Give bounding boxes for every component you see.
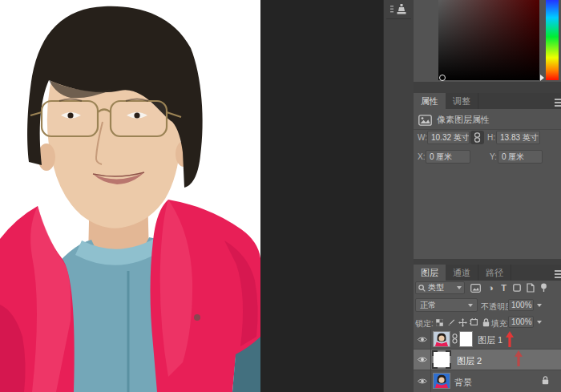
layer-row-2-selected[interactable]: 图层 2 (414, 350, 561, 370)
hue-slider[interactable] (546, 0, 559, 80)
eye-icon (417, 336, 428, 343)
chevron-down-icon[interactable] (537, 321, 542, 324)
collapsed-panel-dock (383, 0, 414, 392)
width-field[interactable]: 10.32 英寸 (427, 131, 470, 144)
layer-thumbnail[interactable] (433, 331, 450, 347)
annotation-arrow-up-2 (514, 350, 523, 367)
tab-adjustments[interactable]: 调整 (446, 93, 478, 109)
y-field[interactable]: 0 厘米 (498, 150, 543, 164)
blend-mode-select[interactable]: 正常 (415, 298, 478, 312)
blend-mode-value: 正常 (420, 300, 436, 311)
layers-tabbar: 图层 通道 路径 (414, 265, 561, 281)
color-picker-panel (414, 0, 561, 82)
portrait-photo (0, 0, 260, 392)
canvas-area[interactable] (260, 0, 383, 392)
chain-link-icon (474, 132, 481, 143)
tab-layers[interactable]: 图层 (414, 265, 446, 281)
lock-artboard-icon[interactable] (469, 316, 479, 329)
layer-row-1[interactable]: 图层 1 (414, 329, 561, 350)
layer-name[interactable]: 背景 (454, 377, 472, 389)
filter-type-layers-icon[interactable]: T (499, 281, 508, 294)
lock-transparent-pixels-icon[interactable] (434, 316, 444, 329)
annotation-arrow-up-1 (505, 330, 515, 348)
filter-shape-layers-icon[interactable] (511, 281, 522, 294)
background-lock-icon (542, 376, 549, 385)
dock-divider (386, 18, 411, 19)
link-dimensions-button[interactable] (470, 131, 484, 144)
filter-pin-icon[interactable] (539, 281, 549, 294)
tab-paths[interactable]: 路径 (478, 265, 511, 281)
layer-mask-thumbnail[interactable] (459, 331, 473, 347)
tab-channels[interactable]: 通道 (446, 265, 478, 281)
height-label: H: (487, 133, 495, 142)
fill-value[interactable]: 100% (508, 316, 534, 328)
layer-name[interactable]: 图层 2 (457, 355, 482, 367)
mask-link-icon[interactable] (452, 333, 458, 344)
lock-position-icon[interactable] (458, 316, 468, 329)
panel-menu-icon[interactable] (555, 270, 561, 280)
layers-panel: 图层 通道 路径 类型 (414, 265, 561, 392)
x-field[interactable]: 0 厘米 (426, 150, 470, 164)
divider (414, 129, 561, 130)
width-label: W: (418, 133, 427, 142)
tab-properties[interactable]: 属性 (414, 93, 446, 109)
properties-panel: 属性 调整 像素图层属性 W: 10.32 英寸 (414, 93, 561, 259)
layer-thumbnail-selected[interactable] (433, 351, 450, 368)
properties-tabbar: 属性 调整 (414, 93, 561, 109)
eye-icon (417, 356, 428, 363)
lock-all-icon[interactable] (481, 316, 490, 329)
visibility-toggle[interactable] (414, 370, 431, 392)
photoshop-window: 属性 调整 像素图层属性 W: 10.32 英寸 (0, 0, 561, 392)
pixel-layer-icon (418, 115, 432, 126)
opacity-value[interactable]: 100% (508, 299, 534, 311)
chevron-down-icon (468, 304, 473, 307)
x-label: X: (418, 152, 425, 161)
layer-row-background[interactable]: 背景 (414, 370, 561, 392)
chevron-down-icon[interactable] (537, 304, 542, 307)
y-label: Y: (490, 152, 497, 161)
filter-adjustment-layers-icon[interactable]: ◑ (486, 281, 496, 294)
layer-name[interactable]: 图层 1 (478, 334, 502, 346)
visibility-toggle[interactable] (414, 350, 431, 370)
panel-menu-icon[interactable] (555, 99, 561, 108)
hue-slider-marker[interactable] (540, 75, 544, 81)
visibility-toggle[interactable] (414, 329, 431, 349)
clone-source-panel-icon[interactable] (390, 3, 408, 16)
filter-smart-objects-icon[interactable] (525, 281, 535, 294)
saturation-brightness-field[interactable] (438, 0, 539, 80)
filter-pixel-layers-icon[interactable] (470, 281, 481, 294)
color-field-marker[interactable] (439, 75, 446, 81)
document-canvas-photo[interactable] (0, 0, 260, 392)
background-thumbnail[interactable] (433, 373, 450, 389)
panel-column: 属性 调整 像素图层属性 W: 10.32 英寸 (414, 0, 561, 392)
layer-list: 图层 1 图层 2 (414, 329, 561, 392)
height-field[interactable]: 13.83 英寸 (496, 131, 540, 144)
lock-image-pixels-icon[interactable] (446, 316, 456, 329)
fill-label: 填充: (491, 318, 510, 329)
properties-header-label: 像素图层属性 (437, 114, 490, 126)
eye-icon (417, 378, 428, 385)
